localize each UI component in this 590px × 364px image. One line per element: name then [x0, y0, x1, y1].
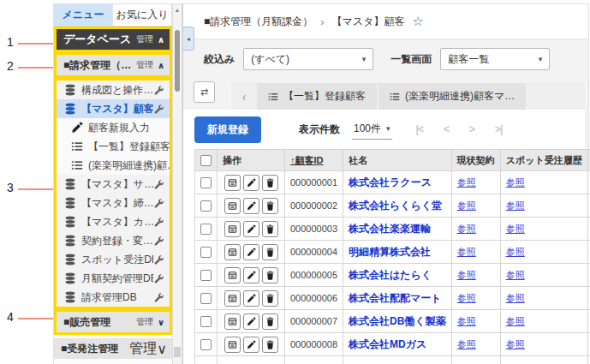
detail-icon[interactable]: [224, 221, 241, 237]
wrench-icon[interactable]: [153, 85, 164, 96]
column-header[interactable]: 社名: [343, 150, 452, 171]
favorite-star-icon[interactable]: ☆: [412, 14, 423, 29]
row-checkbox[interactable]: [200, 316, 212, 327]
wrench-icon[interactable]: [153, 179, 164, 190]
list-view-select[interactable]: 顧客一覧 ▾: [440, 48, 550, 70]
edit-icon[interactable]: [243, 244, 259, 260]
chevron-down-icon[interactable]: ∨: [158, 318, 164, 327]
prev-page-icon[interactable]: <: [444, 123, 449, 135]
company-name-link[interactable]: 株式会社MDガス: [349, 338, 426, 350]
sidebar-item[interactable]: 月額契約管理DB: [57, 269, 170, 288]
spot-order-history-ref-link[interactable]: 参照: [506, 224, 525, 234]
last-page-icon[interactable]: >|: [495, 123, 502, 135]
page-size-select[interactable]: 100件 ▾: [352, 120, 392, 140]
chevron-down-icon[interactable]: ∨: [157, 341, 167, 357]
edit-icon[interactable]: [243, 313, 259, 330]
spot-order-history-ref-link[interactable]: 参照: [506, 177, 525, 188]
tab-scroll-left-icon[interactable]: ‹: [231, 83, 257, 110]
sidebar-item[interactable]: 【マスタ】カ…: [57, 212, 170, 231]
row-checkbox[interactable]: [200, 177, 212, 188]
detail-icon[interactable]: [224, 313, 241, 330]
wrench-icon[interactable]: [153, 292, 164, 303]
current-contract-ref-link[interactable]: 参照: [457, 293, 476, 303]
wrench-icon[interactable]: [153, 217, 164, 228]
spot-order-history-ref-link[interactable]: 参照: [506, 200, 525, 211]
detail-icon[interactable]: [224, 244, 241, 260]
current-contract-ref-link[interactable]: 参照: [457, 200, 476, 211]
sidebar-item[interactable]: スポット受注DB: [57, 250, 170, 269]
wrench-icon[interactable]: [153, 273, 164, 284]
sidebar-item[interactable]: 【マスタ】締…: [57, 194, 170, 212]
column-header[interactable]: 現状契約: [451, 150, 500, 171]
chevron-up-icon[interactable]: ∧: [158, 61, 164, 70]
company-name-link[interactable]: 株式会社はたらく: [349, 269, 432, 281]
tab-menu[interactable]: メニュー: [54, 4, 113, 26]
sidebar-item[interactable]: 【マスタ】サ…: [57, 175, 170, 194]
spot-order-history-ref-link[interactable]: 参照: [506, 293, 525, 303]
spot-order-history-ref-link[interactable]: 参照: [506, 247, 525, 257]
column-header[interactable]: ↑顧客ID: [285, 150, 343, 171]
edit-icon[interactable]: [243, 221, 259, 237]
first-page-icon[interactable]: |<: [416, 123, 423, 135]
wrench-icon[interactable]: [153, 104, 164, 115]
row-checkbox[interactable]: [200, 200, 212, 212]
tab-favorites[interactable]: お気に入り: [113, 4, 172, 26]
current-contract-ref-link[interactable]: 参照: [457, 339, 476, 349]
spot-order-history-ref-link[interactable]: 参照: [506, 270, 525, 280]
sales-group-header[interactable]: ■販売管理 管理 ∨: [57, 312, 170, 332]
delete-icon[interactable]: [262, 198, 278, 214]
sidebar-item[interactable]: 契約登録・変…: [57, 231, 170, 250]
company-name-link[interactable]: 株式会社DB働く製薬: [349, 315, 446, 327]
detail-icon[interactable]: [224, 175, 241, 191]
new-record-button[interactable]: 新規登録: [194, 116, 261, 143]
sidebar-item[interactable]: (楽楽明細連携)顧…: [57, 156, 170, 175]
edit-icon[interactable]: [243, 175, 259, 191]
row-checkbox[interactable]: [200, 293, 212, 304]
select-all-checkbox[interactable]: [200, 155, 212, 166]
current-contract-ref-link[interactable]: 参照: [457, 247, 476, 257]
spot-order-history-ref-link[interactable]: 参照: [506, 316, 525, 326]
delete-icon[interactable]: [262, 267, 278, 283]
detail-icon[interactable]: [224, 267, 241, 283]
sidebar-scrollbar[interactable]: ▲: [172, 4, 182, 364]
delete-icon[interactable]: [262, 221, 278, 237]
scroll-down-button[interactable]: [174, 347, 181, 357]
spot-order-history-ref-link[interactable]: 参照: [506, 339, 525, 349]
delete-icon[interactable]: [262, 337, 278, 353]
column-header[interactable]: スポット受注履歴: [500, 150, 587, 171]
row-checkbox[interactable]: [200, 339, 212, 350]
chevron-up-icon[interactable]: ∧: [158, 35, 164, 45]
admin-link[interactable]: 管理: [136, 33, 153, 45]
scrollbar-thumb[interactable]: [175, 30, 180, 92]
sidebar-collapse-icon[interactable]: ◂: [183, 27, 194, 51]
current-contract-ref-link[interactable]: 参照: [457, 224, 476, 234]
admin-link[interactable]: 管理: [136, 316, 153, 328]
sidebar-item[interactable]: 顧客新規入力: [57, 118, 170, 137]
company-name-link[interactable]: 株式会社配配マート: [349, 292, 442, 304]
database-section-header[interactable]: データベース 管理 ∧: [57, 29, 170, 50]
wrench-icon[interactable]: [153, 236, 164, 247]
edit-icon[interactable]: [243, 290, 259, 307]
company-name-link[interactable]: 株式会社楽楽運輸: [349, 223, 431, 235]
admin-link[interactable]: 管理: [129, 340, 157, 358]
sidebar-item[interactable]: 【マスタ】顧客: [57, 99, 170, 118]
admin-link[interactable]: 管理: [136, 59, 153, 71]
sidebar-item[interactable]: 【一覧】登録顧客: [57, 137, 170, 156]
wrench-icon[interactable]: [153, 198, 164, 209]
sidebar-item[interactable]: 請求管理DB: [57, 288, 170, 307]
view-tab[interactable]: (楽楽明細連携)顧客マ…: [378, 83, 526, 110]
company-name-link[interactable]: 明細精算株式会社: [349, 246, 431, 258]
order-group-header[interactable]: ■受発注管理 管理 ∨: [54, 338, 172, 359]
row-checkbox[interactable]: [200, 247, 212, 258]
edit-icon[interactable]: [243, 337, 259, 353]
company-name-link[interactable]: 株式会社らくらく堂: [349, 200, 442, 212]
row-checkbox[interactable]: [200, 224, 212, 235]
next-page-icon[interactable]: >: [469, 123, 474, 135]
current-contract-ref-link[interactable]: 参照: [457, 270, 476, 280]
row-checkbox[interactable]: [200, 270, 212, 281]
delete-icon[interactable]: [262, 290, 278, 307]
detail-icon[interactable]: [224, 290, 241, 307]
billing-group-header[interactable]: ■請求管理（… 管理 ∧: [57, 55, 170, 75]
delete-icon[interactable]: [262, 244, 278, 260]
scroll-up-icon[interactable]: ▲: [173, 4, 182, 16]
